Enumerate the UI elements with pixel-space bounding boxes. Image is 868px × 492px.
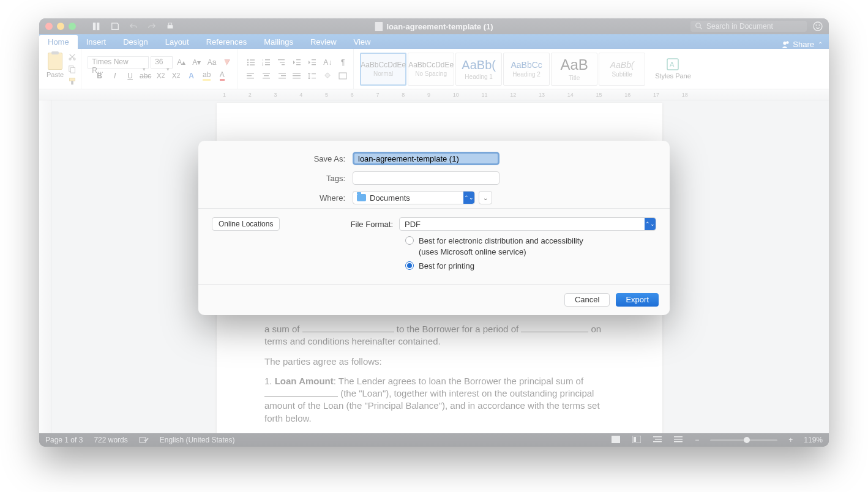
export-button[interactable]: Export — [616, 293, 659, 307]
zoom-percent[interactable]: 119% — [804, 436, 823, 444]
clear-format-button[interactable] — [220, 56, 234, 69]
svg-rect-59 — [634, 437, 636, 442]
text-effects-button[interactable]: A — [185, 70, 198, 82]
file-format-select[interactable]: PDF ⌃⌄ — [399, 217, 656, 231]
redo-icon[interactable] — [147, 21, 157, 31]
svg-rect-17 — [71, 81, 73, 84]
numbering-button[interactable]: 123 — [260, 56, 273, 69]
align-left-button[interactable] — [244, 70, 258, 82]
svg-rect-45 — [279, 73, 286, 73]
print-icon[interactable] — [165, 21, 175, 31]
word-count[interactable]: 722 words — [94, 436, 127, 444]
tab-references[interactable]: References — [198, 35, 255, 49]
zoom-slider[interactable] — [710, 439, 777, 441]
grow-font-button[interactable]: A▴ — [174, 56, 188, 69]
align-right-button[interactable] — [275, 70, 288, 82]
svg-rect-34 — [296, 62, 301, 62]
shrink-font-button[interactable]: A▾ — [190, 56, 203, 69]
spellcheck-icon[interactable] — [139, 436, 149, 444]
tab-home[interactable]: Home — [39, 35, 78, 49]
svg-rect-40 — [247, 75, 252, 76]
undo-icon[interactable] — [129, 21, 138, 31]
style-heading-1[interactable]: AaBb(Heading 1 — [455, 53, 502, 86]
zoom-out-button[interactable]: − — [695, 436, 699, 444]
language-indicator[interactable]: English (United States) — [160, 436, 235, 444]
search-document-field[interactable]: Search in Document — [690, 21, 807, 32]
best-electronic-radio[interactable]: Best for electronic distribution and acc… — [405, 236, 656, 257]
best-printing-radio[interactable]: Best for printing — [405, 261, 656, 272]
smiley-feedback-icon[interactable] — [813, 21, 823, 31]
underline-button[interactable]: U — [124, 70, 137, 82]
docs-icon[interactable] — [92, 21, 102, 31]
save-as-input[interactable] — [353, 152, 499, 165]
font-color-button[interactable]: A — [215, 70, 229, 82]
zoom-in-button[interactable]: + — [788, 436, 793, 444]
ribbon-tabs: Home Insert Design Layout References Mai… — [39, 34, 829, 49]
radio-checked-icon — [405, 261, 414, 270]
where-select[interactable]: Documents ⌃⌄ — [353, 191, 475, 204]
expand-browser-button[interactable]: ⌄ — [479, 191, 492, 204]
svg-rect-52 — [312, 78, 316, 78]
share-button[interactable]: Share ⌃ — [780, 40, 823, 49]
justify-button[interactable] — [290, 70, 304, 82]
svg-rect-1 — [97, 23, 99, 30]
view-draft-icon[interactable] — [674, 436, 684, 444]
show-marks-button[interactable]: ¶ — [336, 56, 350, 69]
font-size-select[interactable]: 36 — [151, 56, 173, 69]
close-window-button[interactable] — [45, 23, 53, 30]
increase-indent-button[interactable] — [305, 56, 319, 69]
style-title[interactable]: AaBTitle — [551, 53, 597, 86]
format-painter-icon[interactable] — [67, 77, 77, 86]
superscript-button[interactable]: X2 — [170, 70, 183, 82]
save-icon[interactable] — [110, 21, 120, 31]
page-indicator[interactable]: Page 1 of 3 — [45, 436, 83, 444]
style-subtitle[interactable]: AaBb(Subtitle — [599, 53, 645, 86]
style-normal[interactable]: AaBbCcDdEeNormal — [360, 53, 406, 86]
tab-review[interactable]: Review — [302, 35, 345, 49]
tab-view[interactable]: View — [345, 35, 380, 49]
maximize-window-button[interactable] — [69, 23, 76, 30]
change-case-button[interactable]: Aa — [205, 56, 219, 69]
shading-button[interactable] — [321, 70, 334, 82]
title-bar: loan-agreement-template (1) Search in Do… — [39, 18, 829, 34]
view-print-layout-icon[interactable] — [612, 436, 621, 444]
copy-icon[interactable] — [67, 65, 77, 73]
bullets-button[interactable] — [244, 56, 258, 69]
tab-layout[interactable]: Layout — [157, 35, 198, 49]
svg-rect-48 — [293, 73, 301, 73]
font-name-select[interactable]: Times New R... — [88, 56, 149, 69]
online-locations-button[interactable]: Online Locations — [212, 217, 280, 231]
style-no-spacing[interactable]: AaBbCcDdEeNo Spacing — [408, 53, 454, 86]
multilevel-list-button[interactable] — [275, 56, 288, 69]
cancel-button[interactable]: Cancel — [564, 293, 610, 307]
italic-button[interactable]: I — [108, 70, 122, 82]
tab-design[interactable]: Design — [114, 35, 156, 49]
styles-pane-button[interactable]: A Styles Pane — [655, 58, 691, 80]
line-spacing-button[interactable] — [305, 70, 319, 82]
view-outline-icon[interactable] — [653, 436, 663, 444]
svg-point-8 — [816, 24, 817, 26]
vertical-ruler[interactable] — [39, 100, 51, 433]
highlight-button[interactable]: ab — [200, 70, 214, 82]
svg-rect-25 — [265, 59, 270, 60]
styles-gallery[interactable]: AaBbCcDdEeNormal AaBbCcDdEeNo Spacing Aa… — [360, 53, 645, 86]
svg-rect-57 — [612, 436, 620, 443]
sort-button[interactable]: A↓ — [321, 56, 334, 69]
cut-icon[interactable] — [67, 53, 77, 61]
minimize-window-button[interactable] — [57, 23, 64, 30]
paste-button[interactable]: Paste — [47, 53, 64, 78]
subscript-button[interactable]: X2 — [154, 70, 168, 82]
borders-button[interactable] — [336, 70, 350, 82]
decrease-indent-button[interactable] — [290, 56, 304, 69]
tags-input[interactable] — [353, 171, 499, 185]
align-center-button[interactable] — [260, 70, 273, 82]
tab-insert[interactable]: Insert — [78, 35, 115, 49]
svg-point-5 — [696, 23, 701, 28]
view-web-layout-icon[interactable] — [632, 436, 642, 444]
svg-point-7 — [814, 22, 822, 31]
tab-mailings[interactable]: Mailings — [255, 35, 302, 49]
svg-rect-15 — [71, 67, 75, 73]
horizontal-ruler[interactable]: 123456789101112131415161718 — [39, 89, 829, 100]
document-text[interactable]: a sum of to the Borrower for a period of… — [264, 323, 615, 432]
style-heading-2[interactable]: AaBbCcHeading 2 — [503, 53, 550, 86]
